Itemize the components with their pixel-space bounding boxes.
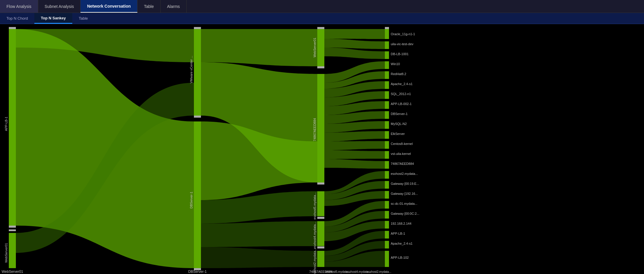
bar-col3-2 [317, 182, 324, 185]
label-esxhost5: esxhost5.mydata... [313, 192, 316, 219]
nav-flow-analysis[interactable]: Flow Analysis [0, 0, 38, 13]
nav-network-conversation[interactable]: Network Conversation [80, 0, 137, 13]
sub-nav-top-n-chord[interactable]: Top N Chord [0, 13, 34, 24]
label-esxhost4: esxhost4.mydata... [313, 222, 316, 249]
node-win10[interactable] [385, 61, 389, 69]
node-mysql-n2[interactable] [385, 121, 389, 129]
node-192-168-2-144[interactable] [385, 221, 389, 229]
sub-nav-top-n-sankey[interactable]: Top N Sankey [34, 13, 72, 24]
flow-74867-to-centos [324, 141, 385, 150]
label-elkserver: ElkServer [391, 132, 405, 136]
node-esxhost4[interactable] [317, 221, 324, 246]
node-app-lb-1[interactable] [9, 29, 16, 226]
node-sql-2012[interactable] [385, 91, 389, 99]
node-dbserver-1-col4[interactable] [385, 111, 389, 119]
label-mysql-n2: MySQL-N2 [391, 122, 407, 126]
label-sc-dc-01: sc-dc-01.mydata... [391, 202, 417, 205]
node-gateway-192[interactable] [385, 191, 389, 199]
bar-col1-top [9, 27, 16, 29]
label-vmware-vcenter: VMware vCenter ... [189, 56, 193, 83]
label-centos8: Centos8-kernel [391, 142, 413, 146]
node-apache-2-4-s1-r[interactable] [385, 241, 389, 248]
bar-col4-top [385, 27, 389, 29]
nav-table[interactable]: Table [137, 0, 160, 13]
label-app-lb-1-r: APP-LB-1 [391, 232, 405, 235]
bottom-label-webserver01: WebServer01 [1, 270, 23, 274]
label-sql-2012: SQL_2012-n1 [391, 92, 411, 96]
label-vst-uila: vst-uila-kernel [391, 152, 411, 155]
flow-ws-to-uila [324, 39, 385, 49]
nav-subnet-analysis[interactable]: Subnet Analysis [38, 0, 81, 13]
node-gateway-0019[interactable] [385, 181, 389, 189]
node-gateway-000c[interactable] [385, 211, 389, 219]
label-apache-r: Apache_2.4-s1 [391, 242, 412, 245]
node-app-lb-102[interactable] [385, 251, 389, 267]
bar-col3-1 [317, 66, 324, 68]
label-gateway-0019: Gateway [00:19.E... [391, 182, 419, 185]
node-dbserver-1[interactable] [194, 121, 201, 268]
label-oracle: Oracle_11g-n1-1 [391, 32, 415, 36]
bottom-label-dbserver-1: DBServer-1 [188, 270, 207, 274]
node-vmware-vcenter[interactable] [194, 29, 201, 116]
label-win10: Win10 [391, 62, 400, 66]
label-esxhost2-r: esxhost2.mydata... [391, 172, 418, 175]
label-74867-c3: 74867AEED884 [313, 118, 316, 141]
node-74867aeed884-col3[interactable] [317, 74, 324, 182]
bar-col3-4 [317, 246, 324, 248]
label-app-lb-002-1: APP-LB-002-1 [391, 102, 412, 106]
label-gateway-192: Gateway [192.16... [391, 192, 418, 195]
flow-ws-to-oracle [324, 29, 385, 39]
node-74867-r[interactable] [385, 161, 389, 169]
flow-74867-to-elk [324, 131, 385, 141]
label-app-lb-102: APP-LB-102 [391, 256, 409, 259]
node-esxhost5[interactable] [317, 191, 324, 216]
flow-vmware-to-webserver01 [201, 29, 317, 66]
node-webserver01-col3[interactable] [317, 29, 324, 66]
bar-col2-top [194, 27, 201, 29]
bar-col1-bot [9, 226, 16, 228]
node-esxhost2-col3[interactable] [317, 251, 324, 267]
node-centos8[interactable] [385, 141, 389, 149]
bar-col3-top [317, 27, 324, 29]
node-app-lb-1-r[interactable] [385, 231, 389, 239]
node-webserver01-bot[interactable] [9, 233, 16, 268]
label-redhat8: RedHat8.2 [391, 72, 406, 76]
flow-dbserver-to-esxhost2 [201, 247, 317, 268]
label-dbserver-1: DBServer-1 [189, 192, 193, 208]
node-oracle-11g[interactable] [385, 29, 389, 39]
label-dbserver-1-c4: DBServer-1 [391, 112, 407, 116]
label-webserver01-c3: WebServer01 [313, 38, 316, 57]
label-uila-vic: uila-vic-test-dev [391, 42, 414, 46]
flow-74867-to-vstuila [324, 150, 385, 159]
node-vst-uila[interactable] [385, 151, 389, 159]
label-app-lb-1: APP-LB-1 [4, 117, 8, 131]
node-app-lb-002-1[interactable] [385, 101, 389, 109]
label-webserver01-bot: WebServer01 [4, 243, 8, 263]
nav-alarms[interactable]: Alarms [161, 0, 187, 13]
node-esxhost2-r[interactable] [385, 171, 389, 179]
node-webserver01-bot-bar [9, 229, 16, 231]
label-gateway-000c: Gateway [00:0C:2... [391, 212, 419, 215]
flow-ws-to-dblb [324, 48, 385, 59]
node-uila-vic[interactable] [385, 41, 389, 49]
node-elkserver[interactable] [385, 131, 389, 139]
bottom-label-esxhost2-bot: esxhost2.mydata... [367, 270, 391, 273]
label-db-lb-1001: DB-LB-1001 [391, 52, 409, 56]
label-apache-s1: Apache_2.4-s1 [391, 82, 412, 86]
sub-nav-table[interactable]: Table [72, 13, 94, 24]
top-nav: Flow Analysis Subnet Analysis Network Co… [0, 0, 644, 13]
node-redhat8[interactable] [385, 71, 389, 79]
label-192-168: 192.168.2.144 [391, 222, 411, 225]
sankey-diagram: APP-LB-1 WebServer01 VMware vCenter ... … [0, 24, 644, 274]
node-db-lb-1001[interactable] [385, 51, 389, 59]
flow-dbserver-to-esxhost4 [201, 221, 317, 247]
label-74867-r: 74867AEED884 [391, 162, 414, 165]
sub-nav: Top N Chord Top N Sankey Table [0, 13, 644, 24]
bar-col3-3 [317, 217, 324, 219]
bar-col2-mid [194, 116, 201, 118]
node-sc-dc-01[interactable] [385, 201, 389, 209]
flow-74867-to-74867r [324, 159, 385, 169]
node-apache-2-4-s1[interactable] [385, 81, 389, 89]
